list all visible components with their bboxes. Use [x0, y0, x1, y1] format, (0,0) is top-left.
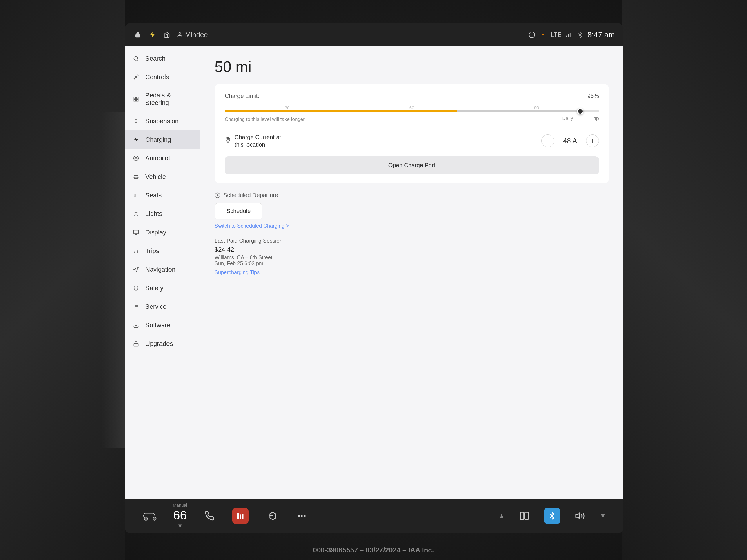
sidebar-item-display[interactable]: Display: [125, 223, 200, 242]
trips-icon: [132, 247, 140, 255]
phone-icon: [202, 508, 218, 524]
svg-point-59: [153, 517, 156, 520]
last-session-title: Last Paid Charging Session: [214, 238, 609, 244]
sidebar-navigation-label: Navigation: [145, 266, 176, 273]
switch-to-charging-link[interactable]: Switch to Scheduled Charging >: [214, 223, 609, 229]
svg-point-7: [134, 56, 138, 60]
svg-point-30: [136, 178, 138, 179]
sidebar-pedals-label: Pedals & Steering: [145, 91, 192, 107]
sidebar-lights-label: Lights: [145, 210, 162, 218]
svg-rect-18: [136, 100, 138, 102]
bluetooth-icon: [577, 32, 583, 38]
main-content: Search Controls: [125, 46, 623, 499]
status-bar-left: Mindee: [133, 30, 208, 39]
bluetooth-taskbar-button[interactable]: [544, 508, 560, 524]
taskbar-right: ▲: [498, 508, 606, 524]
taskbar-cards-item[interactable]: [516, 508, 533, 524]
sidebar-upgrades-label: Upgrades: [145, 340, 173, 348]
sidebar-item-vehicle[interactable]: Vehicle: [125, 167, 200, 186]
right-interior: [622, 0, 747, 560]
charge-decrement-button[interactable]: −: [541, 134, 554, 147]
svg-marker-1: [150, 32, 155, 37]
sidebar-vehicle-label: Vehicle: [145, 173, 166, 181]
taskbar-bluetooth-item[interactable]: [544, 508, 560, 524]
taskbar-volume-item[interactable]: [572, 508, 588, 524]
footer-text: 000-39065557 – 03/27/2024 – IAA Inc.: [313, 546, 434, 554]
taskbar-down-arrow[interactable]: ▼: [600, 512, 606, 520]
charge-limit-value: 95%: [587, 93, 599, 100]
sidebar-charging-label: Charging: [145, 136, 171, 143]
sidebar-item-autopilot[interactable]: Autopilot: [125, 149, 200, 167]
charge-slider-track[interactable]: [225, 110, 599, 112]
svg-rect-17: [136, 97, 138, 99]
suspension-icon: [132, 117, 140, 125]
circle-icon: [529, 31, 535, 38]
scheduled-departure-section: Scheduled Departure Schedule Switch to S…: [214, 192, 609, 229]
sidebar-item-pedals[interactable]: Pedals & Steering: [125, 86, 200, 112]
home-icon: [162, 30, 171, 39]
taskbar-speed-value: 66: [173, 509, 187, 522]
sidebar-item-service[interactable]: Service: [125, 297, 200, 316]
taskbar-car-item[interactable]: [142, 508, 158, 524]
svg-point-56: [227, 138, 229, 140]
music-button[interactable]: [232, 508, 249, 524]
sidebar-item-safety[interactable]: Safety: [125, 279, 200, 297]
charge-increment-button[interactable]: +: [586, 134, 599, 147]
left-interior: [0, 0, 125, 560]
open-charge-port-button[interactable]: Open Charge Port: [225, 156, 599, 175]
last-session-location: Williams, CA – 6th Street: [214, 255, 609, 261]
taskbar-phone-item[interactable]: [202, 508, 218, 524]
seats-icon: [132, 191, 140, 199]
vehicle-icon: [132, 173, 140, 181]
charge-current-row: Charge Current atthis location − 48 A +: [225, 127, 599, 155]
svg-point-3: [529, 32, 535, 38]
taskbar-more-item[interactable]: [294, 508, 310, 524]
taskbar-up-arrow[interactable]: ▲: [498, 512, 505, 520]
upgrades-icon: [132, 340, 140, 348]
svg-rect-67: [520, 512, 524, 520]
svg-rect-5: [568, 34, 569, 37]
lte-indicator: LTE: [550, 31, 562, 38]
taskbar-camera-item[interactable]: [263, 508, 279, 524]
taskbar: Manual 66 ▼: [125, 499, 623, 533]
svg-rect-62: [242, 514, 243, 519]
sidebar-item-controls[interactable]: Controls: [125, 68, 200, 86]
supercharging-tips-link[interactable]: Supercharging Tips: [214, 270, 260, 275]
sidebar-item-charging[interactable]: Charging: [125, 130, 200, 149]
svg-point-9: [135, 77, 137, 78]
tick-numbers: 30 60 80: [225, 105, 599, 110]
svg-rect-55: [134, 344, 138, 346]
sidebar-safety-label: Safety: [145, 284, 163, 292]
signal-bars-icon: [566, 32, 572, 38]
sidebar-item-upgrades[interactable]: Upgrades: [125, 335, 200, 353]
svg-line-8: [137, 60, 138, 61]
schedule-button[interactable]: Schedule: [214, 203, 262, 219]
sidebar-search-label: Search: [145, 55, 165, 62]
sidebar-item-search[interactable]: Search: [125, 49, 200, 68]
autopilot-icon: [132, 154, 140, 162]
display-icon: [132, 229, 140, 237]
sidebar-suspension-label: Suspension: [145, 117, 179, 125]
clock-icon: [214, 192, 221, 198]
slider-fill-yellow: [225, 110, 457, 112]
footer-watermark: 000-39065557 – 03/27/2024 – IAA Inc.: [0, 546, 747, 554]
trip-label: Trip: [590, 116, 599, 122]
taskbar-music-item[interactable]: [232, 508, 249, 524]
charge-limit-header: Charge Limit: 95%: [225, 93, 599, 100]
bolt-status-icon: [148, 30, 157, 39]
sidebar-item-navigation[interactable]: Navigation: [125, 260, 200, 279]
sidebar-item-trips[interactable]: Trips: [125, 242, 200, 260]
lock-icon: [133, 30, 142, 39]
taskbar-speed-label: Manual: [173, 503, 187, 508]
search-icon: [132, 54, 140, 62]
sidebar-item-lights[interactable]: Lights: [125, 205, 200, 223]
sidebar-item-software[interactable]: Software: [125, 316, 200, 335]
slider-thumb[interactable]: [577, 108, 584, 114]
software-icon: [132, 321, 140, 329]
safety-icon: [132, 284, 140, 292]
sidebar-item-suspension[interactable]: Suspension: [125, 112, 200, 130]
sidebar-display-label: Display: [145, 229, 166, 236]
svg-point-11: [134, 78, 135, 79]
sidebar-item-seats[interactable]: Seats: [125, 186, 200, 205]
svg-point-64: [298, 515, 300, 517]
